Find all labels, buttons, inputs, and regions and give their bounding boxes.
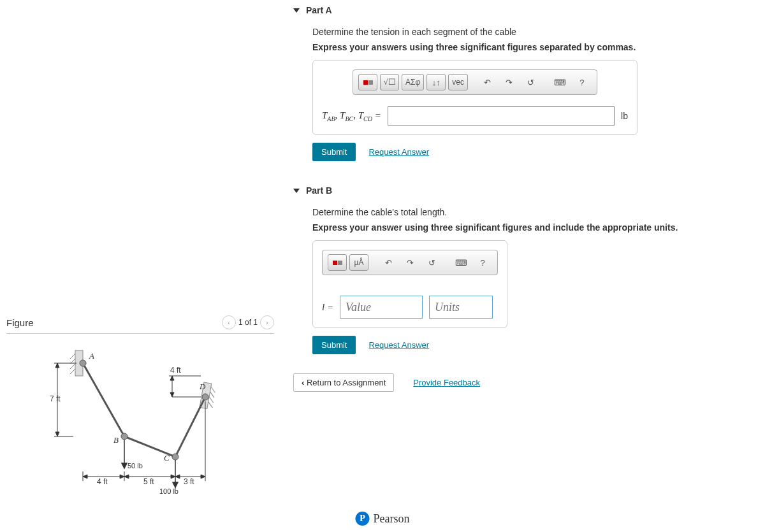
vec-button[interactable]: vec: [448, 74, 468, 90]
reset-icon[interactable]: ↺: [521, 74, 541, 90]
figure-title: Figure: [6, 317, 34, 328]
figure-next-button[interactable]: ›: [260, 315, 274, 329]
svg-text:5 ft: 5 ft: [143, 477, 154, 486]
part-a-toolbar: √☐ ΑΣφ ↓↑ vec ↶ ↷ ↺ ⌨ ?: [353, 69, 597, 95]
svg-line-3: [70, 364, 75, 369]
part-b: Part B Determine the cable's total lengt…: [293, 180, 752, 361]
svg-text:50 lb: 50 lb: [127, 462, 143, 470]
figure-nav: ‹ 1 of 1 ›: [222, 315, 274, 329]
part-b-request-answer-link[interactable]: Request Answer: [368, 340, 429, 350]
part-b-answer-box: µÅ ↶ ↷ ↺ ⌨ ? l =: [312, 240, 507, 328]
part-a-instruction: Express your answers using three signifi…: [312, 42, 733, 52]
svg-marker-44: [83, 475, 87, 478]
part-b-title: Part B: [306, 185, 332, 196]
undo-icon[interactable]: ↶: [478, 74, 497, 90]
svg-marker-37: [170, 392, 174, 397]
part-b-header[interactable]: Part B: [293, 180, 752, 201]
svg-line-12: [175, 397, 205, 457]
svg-point-16: [202, 394, 208, 400]
svg-line-10: [83, 363, 124, 436]
sort-button[interactable]: ↓↑: [426, 74, 446, 90]
part-b-submit-button[interactable]: Submit: [312, 336, 356, 354]
part-a-unit: lb: [621, 111, 628, 121]
figure-prev-button[interactable]: ‹: [222, 315, 236, 329]
keyboard-icon[interactable]: ⌨: [551, 74, 570, 90]
pearson-text: Pearson: [374, 512, 410, 526]
svg-text:A: A: [89, 351, 94, 361]
reset-icon[interactable]: ↺: [422, 254, 441, 271]
part-a-answer-input[interactable]: [388, 106, 615, 126]
svg-marker-30: [55, 363, 59, 368]
part-a: Part A Determine the tension in each seg…: [293, 0, 752, 168]
svg-text:4 ft: 4 ft: [97, 477, 108, 486]
figure-counter: 1 of 1: [238, 318, 258, 327]
part-b-instruction: Express your answer using three signific…: [312, 222, 733, 233]
cable-diagram: A B C D 50 lb 100 lb: [45, 347, 236, 507]
svg-marker-36: [170, 376, 174, 380]
caret-down-icon: [293, 189, 300, 193]
part-a-var-label: TAB, TBC, TCD =: [322, 110, 381, 122]
part-b-value-input[interactable]: [340, 296, 423, 319]
svg-point-14: [121, 433, 127, 440]
svg-text:D: D: [199, 382, 206, 391]
templates-button[interactable]: [328, 254, 347, 271]
part-a-header[interactable]: Part A: [293, 0, 752, 20]
help-icon[interactable]: ?: [473, 254, 492, 271]
part-a-request-answer-link[interactable]: Request Answer: [368, 147, 429, 157]
return-to-assignment-button[interactable]: Return to Assignment: [293, 373, 394, 392]
svg-marker-49: [201, 475, 205, 478]
svg-point-15: [172, 454, 178, 460]
svg-marker-46: [124, 475, 129, 478]
part-b-toolbar: µÅ ↶ ↷ ↺ ⌨ ?: [322, 250, 498, 275]
templates-button[interactable]: [358, 74, 377, 90]
part-a-submit-button[interactable]: Submit: [312, 143, 356, 161]
sqrt-button[interactable]: √☐: [380, 74, 399, 90]
svg-marker-31: [55, 432, 59, 436]
svg-marker-48: [175, 475, 180, 478]
svg-line-1: [70, 354, 75, 359]
svg-text:7 ft: 7 ft: [50, 394, 61, 403]
units-button[interactable]: µÅ: [349, 254, 368, 271]
part-a-title: Part A: [306, 5, 332, 15]
svg-point-13: [80, 360, 86, 366]
caret-down-icon: [293, 8, 300, 13]
pearson-logo-icon: P: [356, 512, 370, 526]
part-b-units-input[interactable]: [429, 296, 493, 319]
pearson-brand: P Pearson: [356, 512, 410, 526]
svg-text:3 ft: 3 ft: [184, 477, 194, 486]
part-b-prompt: Determine the cable's total length.: [312, 207, 733, 217]
redo-icon[interactable]: ↷: [500, 74, 519, 90]
undo-icon[interactable]: ↶: [379, 254, 398, 271]
part-b-var-label: l =: [322, 302, 333, 313]
svg-text:B: B: [113, 435, 119, 445]
redo-icon[interactable]: ↷: [400, 254, 419, 271]
svg-text:C: C: [164, 453, 170, 463]
part-a-answer-box: √☐ ΑΣφ ↓↑ vec ↶ ↷ ↺ ⌨ ? TAB, TBC,: [312, 60, 638, 135]
svg-line-4: [70, 369, 75, 374]
svg-marker-22: [122, 463, 127, 468]
greek-button[interactable]: ΑΣφ: [402, 74, 424, 90]
keyboard-icon[interactable]: ⌨: [451, 254, 470, 271]
part-a-prompt: Determine the tension in each segment of…: [312, 27, 733, 37]
help-icon[interactable]: ?: [572, 74, 592, 90]
svg-text:4 ft: 4 ft: [170, 366, 181, 375]
provide-feedback-link[interactable]: Provide Feedback: [413, 378, 480, 387]
